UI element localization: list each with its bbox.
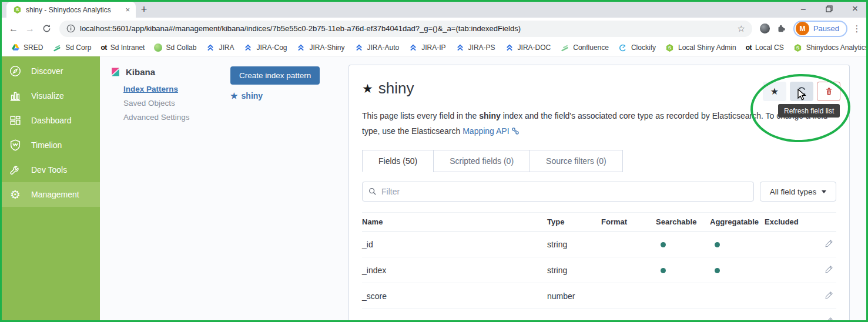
bookmark-label: JIRA-DOC [518,43,551,52]
green-stripes-icon [52,43,62,52]
bookmark-jira-doc[interactable]: JIRA-DOC [500,41,556,54]
subnav-link-index-patterns[interactable]: Index Patterns [123,85,190,93]
set-default-index-button[interactable]: ★ [763,82,786,101]
kibana-section-title: Kibana [126,67,155,77]
sidebar-item-label: Dashboard [31,116,72,125]
extension-circle-icon[interactable] [757,21,773,37]
star-icon: ★ [770,86,779,97]
edit-field-button[interactable] [825,316,834,322]
refresh-field-list-button[interactable] [790,82,813,101]
subnav-link-advanced-settings[interactable]: Advanced Settings [123,113,190,122]
bookmark-local-shiny-admin[interactable]: S Local Shiny Admin [661,41,741,54]
bookmark-star-icon[interactable]: ☆ [737,24,745,34]
edit-field-button[interactable] [825,290,834,301]
bookmark-label: JIRA-Auto [367,43,400,52]
col-type: Type [547,213,601,232]
bookmark-label: Clockify [631,43,656,52]
bookmark-sred[interactable]: SRED [6,41,48,54]
bookmarks-bar: SRED Sd Corp ot Sd Intranet Sd Collab JI… [0,39,868,56]
table-row: _index string [362,257,836,283]
refresh-tooltip: Refresh field list [778,104,840,118]
subnav-link-saved-objects[interactable]: Saved Objects [123,99,190,108]
tab-fields[interactable]: Fields (50) [362,150,434,172]
sidebar-item-timelion[interactable]: Timelion [0,133,100,157]
bookmark-label: Local Shiny Admin [678,43,736,52]
bookmark-label: JIRA-IP [421,43,445,52]
field-type: string [547,257,601,283]
search-icon [368,187,377,196]
forward-icon[interactable]: → [22,21,38,37]
page-info-icon[interactable] [66,24,75,33]
bookmark-jira-ip[interactable]: JIRA-IP [404,41,450,54]
bookmark-jira-auto[interactable]: JIRA-Auto [350,41,404,54]
edit-field-button[interactable] [825,264,834,276]
url-bar[interactable]: localhost:5601/app/kibana#/management/ki… [59,21,752,37]
index-pattern-list-item[interactable]: ★ shiny [230,91,263,100]
browser-tab[interactable]: S shiny - Shinydocs Analytics × [6,2,136,18]
back-icon[interactable]: ← [5,21,22,37]
field-type-dropdown[interactable]: All field types [760,182,836,202]
field-name: _index [362,257,547,283]
url-text[interactable]: localhost:5601/app/kibana#/management/ki… [80,24,732,33]
edit-field-button[interactable] [825,239,834,250]
sidebar-item-dashboard[interactable]: Dashboard [0,108,100,133]
sidebar-item-label: Dev Tools [31,165,67,175]
filter-field-wrapper [362,182,754,202]
bookmark-sd-intranet[interactable]: ot Sd Intranet [96,42,149,53]
field-type: _source [547,309,601,322]
default-index-star-icon: ★ [362,82,373,96]
bookmark-jira-cog[interactable]: JIRA-Cog [239,41,291,54]
bookmark-sd-corp[interactable]: Sd Corp [48,41,96,54]
extensions-puzzle-icon[interactable] [773,21,790,37]
description-index-name: shiny [479,111,501,120]
bookmark-label: Sd Intranet [110,43,145,52]
sidebar-item-dev-tools[interactable]: Dev Tools [0,157,100,182]
mapping-api-link[interactable]: Mapping API [463,126,509,136]
bookmark-label: Shinydocs Analytics [806,43,868,52]
minimize-button[interactable]: – [790,1,816,17]
svg-text:S: S [796,45,800,51]
aggregatable-indicator [715,268,720,273]
jira-icon [505,43,514,52]
main-area: ★ shiny ★ This page lists eve [348,56,868,322]
bookmark-label: JIRA-Shiny [309,43,344,52]
table-header-row: Name Type Format Searchable Aggregatable… [362,213,836,232]
sidebar-item-management[interactable]: ⚙ Management [0,182,100,207]
chevron-down-icon [822,190,826,193]
index-pattern-name: shiny [242,91,263,100]
sidebar-item-visualize[interactable]: Visualize [0,83,100,108]
drive-icon [11,43,20,52]
bookmark-jira-shiny[interactable]: JIRA-Shiny [291,41,349,54]
description-text: This page lists every field in the [362,111,479,120]
close-window-button[interactable]: × [842,1,868,17]
col-name: Name [362,213,547,232]
chrome-menu-icon[interactable]: ⋮ [851,24,863,34]
restore-button[interactable] [816,1,842,17]
sidebar-item-discover[interactable]: Discover [0,59,100,83]
bookmark-local-cs[interactable]: ot Local CS [741,42,789,53]
jira-icon [206,43,215,52]
tab-source-filters[interactable]: Source filters (0) [529,150,623,172]
bookmark-shinydocs-analytics[interactable]: S Shinydocs Analytics [789,41,868,54]
new-tab-button[interactable]: + [136,2,152,18]
sync-paused-label: Paused [813,24,839,33]
index-actions: ★ [763,82,840,101]
reload-icon[interactable] [38,21,55,37]
filter-input[interactable] [381,187,748,196]
bookmark-clockify[interactable]: Clockify [614,41,661,54]
tab-close-icon[interactable]: × [125,6,130,14]
tab-scripted-fields[interactable]: Scripted fields (0) [433,150,530,172]
bookmark-jira[interactable]: JIRA [201,41,239,54]
delete-index-pattern-button[interactable] [817,82,840,101]
create-index-pattern-button[interactable]: Create index pattern [230,66,320,85]
bookmark-label: Sd Corp [65,43,91,52]
bookmark-sd-collab[interactable]: Sd Collab [149,42,201,53]
bookmark-jira-ps[interactable]: JIRA-PS [451,41,500,54]
col-excluded: Excluded [765,213,816,232]
kibana-app: Discover Visualize Dashboard Timelion De… [0,56,868,322]
bookmark-label: Confluence [573,43,609,52]
kibana-logo-icon [110,67,120,77]
bookmark-confluence[interactable]: Confluence [555,41,614,54]
profile-button[interactable]: M Paused [793,21,847,37]
fields-table: Name Type Format Searchable Aggregatable… [362,212,836,322]
